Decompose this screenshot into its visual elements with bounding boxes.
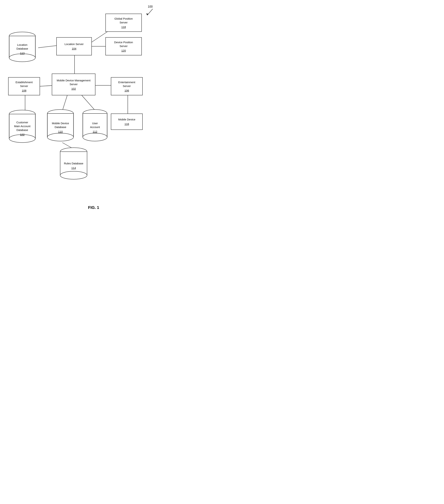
rules-database-label: Rules Database: [64, 162, 83, 165]
rules-database-cylinder: Rules Database 114: [59, 147, 88, 181]
location-database-cylinder: LocationDatabase 113: [8, 31, 36, 64]
svg-line-12: [82, 95, 96, 111]
ref-100-arrow: [145, 8, 156, 17]
location-database-ref: 113: [20, 51, 24, 55]
entertainment-server-label: EntertainmentServer: [118, 80, 135, 88]
svg-marker-1: [146, 14, 149, 15]
mobile-device-db-cylinder: Mobile DeviceDatabase 110: [46, 109, 75, 143]
location-server-ref: 104: [72, 47, 76, 51]
customer-main-account-db-cylinder: CustomerMain AccountDatabase 122: [8, 109, 36, 144]
establishment-server-label: EstablishmentServer: [16, 80, 33, 88]
establishment-server-box: EstablishmentServer 108: [8, 77, 40, 95]
location-database-label: LocationDatabase: [16, 43, 28, 51]
user-account-ref: 112: [93, 130, 97, 133]
device-position-server-label: Device PositionServer: [114, 40, 133, 48]
device-position-server-ref: 120: [121, 49, 126, 53]
device-position-server-box: Device PositionServer 120: [105, 37, 142, 55]
user-account-cylinder: UserAccount 112: [82, 109, 108, 143]
mobile-device-box: Mobile Device 116: [111, 113, 143, 130]
mobile-device-db-ref: 110: [58, 130, 63, 133]
global-position-server-ref: 118: [121, 25, 126, 29]
mdm-server-label: Mobile Device ManagementServer: [57, 78, 91, 86]
establishment-server-ref: 108: [22, 89, 26, 92]
mdm-server-ref: 102: [71, 87, 76, 91]
mdm-server-box: Mobile Device ManagementServer 102: [52, 73, 96, 95]
mobile-device-label: Mobile Device: [118, 118, 135, 121]
svg-line-11: [62, 95, 67, 111]
user-account-label: UserAccount: [90, 121, 100, 129]
rules-database-ref: 114: [71, 166, 76, 170]
global-position-server-box: Global PositionServer 118: [105, 14, 142, 32]
global-position-server-label: Global PositionServer: [115, 17, 133, 24]
location-server-label: Location Server: [64, 42, 84, 46]
entertainment-server-box: EntertainmentServer 106: [111, 77, 143, 95]
figure-label: FIG. 1: [0, 205, 187, 214]
mobile-device-ref: 116: [124, 122, 129, 126]
location-server-box: Location Server 104: [56, 37, 92, 55]
svg-line-2: [38, 45, 58, 48]
diagram: 100: [0, 0, 187, 203]
mobile-device-db-label: Mobile DeviceDatabase: [52, 121, 69, 129]
entertainment-server-ref: 106: [124, 89, 129, 92]
customer-main-account-db-label: CustomerMain AccountDatabase: [14, 120, 30, 132]
customer-main-account-db-ref: 122: [20, 133, 24, 136]
connections: [0, 0, 187, 203]
